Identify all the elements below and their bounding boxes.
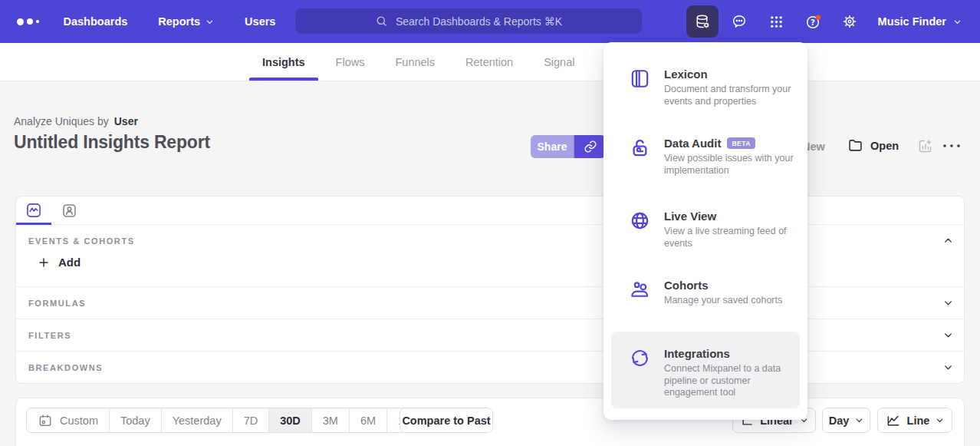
apps-grid-button[interactable] xyxy=(760,5,792,38)
menu-item-description: View a live streaming feed of events xyxy=(664,226,794,249)
tab-funnels[interactable]: Funnels xyxy=(395,43,435,81)
tab-retention[interactable]: Retention xyxy=(465,43,513,81)
line-chart-icon xyxy=(886,413,901,428)
menu-item-live-view[interactable]: Live View View a live streaming feed of … xyxy=(629,210,791,249)
menu-item-integrations[interactable]: Integrations Connect Mixpanel to a data … xyxy=(629,347,791,399)
database-gear-icon xyxy=(694,13,711,30)
more-options-button[interactable] xyxy=(942,144,961,148)
tab-signal[interactable]: Signal xyxy=(544,43,574,81)
range-yesterday[interactable]: Yesterday xyxy=(161,408,232,432)
tab-insights[interactable]: Insights xyxy=(262,43,305,81)
open-label: Open xyxy=(870,140,899,152)
menu-item-title: Cohorts xyxy=(664,279,794,292)
breadcrumb: Analyze Uniques byUser xyxy=(14,115,138,127)
share-button[interactable]: Share xyxy=(531,135,574,158)
menu-item-text: Lexicon Document and transform your even… xyxy=(664,68,794,107)
ellipsis-icon xyxy=(942,144,961,148)
data-management-menu: Lexicon Document and transform your even… xyxy=(603,42,807,420)
nav-dashboards[interactable]: Dashboards xyxy=(64,15,128,28)
add-event-button[interactable]: Add xyxy=(38,256,953,269)
chevron-down-icon xyxy=(943,362,953,372)
breadcrumb-prefix: Analyze Uniques by xyxy=(14,115,109,127)
menu-item-title: Live View xyxy=(664,210,794,223)
chart-toolbar: Custom Today Yesterday 7D 30D 3M 6M 12M … xyxy=(15,398,965,446)
cohorts-icon xyxy=(629,279,651,307)
tab-flows[interactable]: Flows xyxy=(336,43,365,81)
menu-item-description: Document and transform your events and p… xyxy=(664,84,794,107)
menu-item-cohorts[interactable]: Cohorts Manage your saved cohorts xyxy=(629,279,791,307)
chart-type-label: Line xyxy=(907,415,930,427)
menu-item-description: View possible issues with your implement… xyxy=(664,153,794,177)
range-30d[interactable]: 30D xyxy=(268,408,311,432)
beta-badge: BETA xyxy=(727,137,755,149)
range-today[interactable]: Today xyxy=(109,408,161,432)
nav-users[interactable]: Users xyxy=(245,15,275,28)
nav-label: Users xyxy=(245,15,275,28)
integrations-icon xyxy=(629,347,651,399)
lock-icon xyxy=(629,137,651,177)
menu-item-description: Connect Mixpanel to a data pipeline or c… xyxy=(664,363,794,399)
chart-type-dropdown[interactable]: Line xyxy=(877,408,952,433)
chevron-down-icon xyxy=(943,298,953,308)
link-icon xyxy=(584,140,597,154)
section-header[interactable]: EVENTS & COHORTS xyxy=(28,236,953,246)
profile-icon xyxy=(61,203,77,219)
plus-icon xyxy=(38,256,50,269)
section-filters[interactable]: FILTERS xyxy=(16,319,964,351)
nav-label: Dashboards xyxy=(64,15,128,28)
project-name: Music Finder xyxy=(878,15,946,28)
help-button[interactable]: ? xyxy=(797,5,829,38)
project-switcher[interactable]: Music Finder xyxy=(878,0,962,43)
logo-dot xyxy=(17,18,24,25)
folder-icon xyxy=(847,137,863,154)
nav-label: Reports xyxy=(158,15,200,28)
range-label: Custom xyxy=(60,415,98,427)
section-label: FILTERS xyxy=(28,331,71,340)
tab-metrics-view[interactable] xyxy=(16,197,51,224)
chevron-down-icon xyxy=(855,416,863,425)
query-builder-panel: EVENTS & COHORTS Add FORMULAS FILTERS BR… xyxy=(15,196,965,384)
section-breakdowns[interactable]: BREAKDOWNS xyxy=(16,351,964,383)
chart-add-icon xyxy=(917,138,933,154)
chevron-down-icon xyxy=(206,18,214,26)
data-management-button[interactable] xyxy=(686,5,719,38)
menu-item-title: Integrations xyxy=(664,347,794,360)
app-screen: Dashboards Reports Users Search Dashboar… xyxy=(0,0,980,446)
section-label: FORMULAS xyxy=(28,299,86,308)
chevron-up-icon[interactable] xyxy=(943,236,953,246)
add-to-dashboard-button[interactable] xyxy=(917,138,933,154)
menu-item-highlight: Integrations Connect Mixpanel to a data … xyxy=(611,332,800,408)
logo-dot xyxy=(27,18,33,25)
tab-profiles-view[interactable] xyxy=(51,197,87,224)
nav-reports[interactable]: Reports xyxy=(158,15,214,28)
chevron-down-icon xyxy=(953,18,962,26)
range-7d[interactable]: 7D xyxy=(232,408,269,432)
search-placeholder: Search Dashboards & Reports ⌘K xyxy=(396,15,562,28)
feedback-button[interactable] xyxy=(723,5,755,38)
menu-item-title-text: Data Audit xyxy=(664,137,721,150)
menu-item-text: Cohorts Manage your saved cohorts xyxy=(664,279,794,307)
mixpanel-logo[interactable] xyxy=(17,18,39,25)
date-range-control: Custom Today Yesterday 7D 30D 3M 6M 12M xyxy=(26,408,431,433)
gear-icon xyxy=(841,13,858,30)
chevron-down-icon xyxy=(936,416,944,425)
breadcrumb-entity[interactable]: User xyxy=(114,115,138,127)
nav-actions: ? xyxy=(686,5,866,38)
copy-link-button[interactable] xyxy=(574,135,606,158)
menu-item-text: Integrations Connect Mixpanel to a data … xyxy=(664,347,794,399)
section-label: EVENTS & COHORTS xyxy=(28,236,135,246)
search-input[interactable]: Search Dashboards & Reports ⌘K xyxy=(295,8,642,34)
open-report-button[interactable]: Open xyxy=(847,137,899,154)
range-custom[interactable]: Custom xyxy=(27,408,109,432)
settings-button[interactable] xyxy=(834,5,866,38)
menu-item-lexicon[interactable]: Lexicon Document and transform your even… xyxy=(629,68,791,107)
calendar-icon xyxy=(38,413,53,428)
section-formulas[interactable]: FORMULAS xyxy=(16,286,964,319)
menu-item-data-audit[interactable]: Data AuditBETA View possible issues with… xyxy=(629,137,791,177)
compare-to-past-button[interactable]: Compare to Past xyxy=(400,408,493,433)
page-title[interactable]: Untitled Insights Report xyxy=(14,132,210,153)
range-3m[interactable]: 3M xyxy=(311,408,349,432)
range-6m[interactable]: 6M xyxy=(349,408,386,432)
interval-dropdown[interactable]: Day xyxy=(822,408,870,433)
top-nav: Dashboards Reports Users Search Dashboar… xyxy=(0,0,980,43)
